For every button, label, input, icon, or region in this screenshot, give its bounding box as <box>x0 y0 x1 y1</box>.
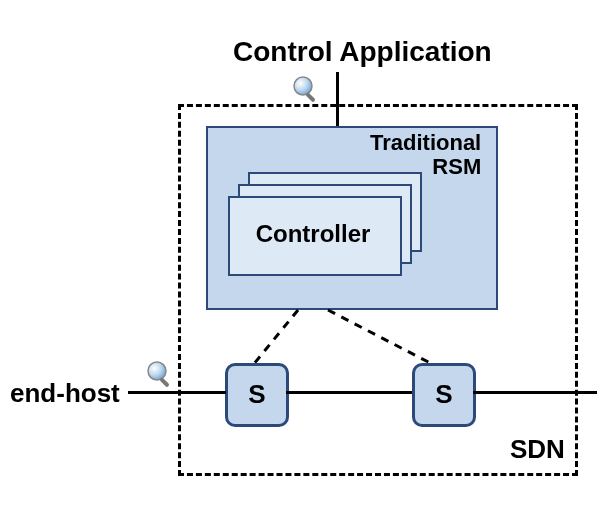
end-host-label: end-host <box>10 378 120 409</box>
switch-left: S <box>225 363 289 427</box>
switch-right-label: S <box>415 379 473 410</box>
diagram-stage: { "title": "Control Application", "end_h… <box>0 0 600 531</box>
switch-left-label: S <box>228 379 286 410</box>
sdn-label: SDN <box>510 434 565 465</box>
link-host-switchleft <box>128 391 226 394</box>
svg-point-2 <box>148 362 166 380</box>
title-control-application: Control Application <box>233 36 492 68</box>
svg-rect-3 <box>159 377 170 388</box>
svg-point-0 <box>294 77 312 95</box>
rsm-line1: Traditional <box>370 131 481 155</box>
switch-right: S <box>412 363 476 427</box>
link-switchleft-switchright <box>286 391 412 394</box>
svg-rect-1 <box>305 92 316 103</box>
magnifier-icon <box>291 74 321 104</box>
controller-replica-1 <box>228 196 402 276</box>
link-switchright-out <box>473 391 597 394</box>
magnifier-icon <box>145 359 175 389</box>
